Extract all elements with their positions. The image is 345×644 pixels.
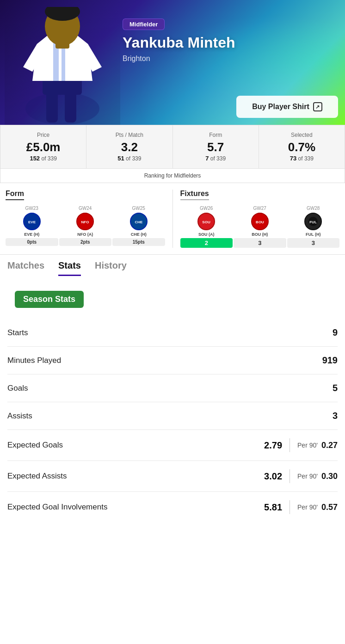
gw24-pts: 2pts (59, 238, 112, 246)
selected-value: 0.7% (264, 141, 340, 153)
xg-label: Expected Goals (7, 441, 63, 450)
stats-cells: Price £5.0m 152 of 339 Pts / Match 3.2 5… (0, 125, 345, 168)
gw24-match: NFO (A) (59, 232, 112, 237)
goals-stat-row: Goals 5 (7, 374, 338, 402)
gw23-match: EVE (H) (6, 232, 58, 237)
gw23-item: GW23 EVE EVE (H) 0pts (6, 206, 58, 246)
nffo-badge: NFO (76, 213, 94, 230)
goals-value: 5 (333, 383, 338, 393)
gw28-item: GW28 FUL FUL (H) 3 (287, 206, 340, 248)
chelsea-badge: CHE (130, 213, 148, 230)
starts-stat-row: Starts 9 (7, 319, 338, 347)
assists-label: Assists (7, 411, 32, 421)
season-stats-section: Season Stats (7, 283, 338, 315)
stats-summary-row: Price £5.0m 152 of 339 Pts / Match 3.2 5… (0, 125, 345, 183)
bournemouth-badge: BOU (251, 213, 269, 230)
gw26-pts: 2 (180, 238, 233, 248)
xg-divider (290, 438, 290, 452)
fulham-badge: FUL (304, 213, 322, 230)
fixtures-header: Fixtures (180, 190, 209, 200)
gw28-pts: 3 (287, 238, 340, 248)
pts-match-rank: 51 of 339 (91, 155, 167, 162)
form-fixtures-divider (172, 190, 173, 248)
xa-per90-value: 0.30 (321, 472, 338, 481)
gw27-pts: 3 (234, 238, 286, 248)
stats-list: Starts 9 Minutes Played 919 Goals 5 Assi… (0, 319, 345, 522)
player-name: Yankuba Minteh (123, 35, 235, 51)
xg-right: 2.79 Per 90' 0.27 (257, 438, 338, 452)
pts-match-value: 3.2 (91, 141, 167, 153)
tab-history[interactable]: History (95, 260, 127, 276)
ranking-bar: Ranking for Midfielders (0, 168, 345, 183)
xa-right: 3.02 Per 90' 0.30 (257, 469, 338, 483)
svg-point-0 (25, 92, 99, 125)
player-club: Brighton (123, 55, 235, 63)
form-fixtures-section: Form GW23 EVE EVE (H) 0pts GW24 NFO NFO … (0, 183, 345, 255)
fixtures-subsection: Fixtures GW26 SOU SOU (A) 2 GW27 BOU BOU… (177, 190, 340, 248)
assists-stat-row: Assists 3 (7, 402, 338, 430)
gw26-item: GW26 SOU SOU (A) 2 (180, 206, 233, 248)
gw23-pts: 0pts (6, 238, 58, 246)
svg-rect-3 (43, 79, 82, 95)
xgi-divider (290, 500, 290, 514)
season-stats-header: Season Stats (15, 291, 84, 308)
minutes-played-stat-row: Minutes Played 919 (7, 347, 338, 374)
form-value: 5.7 (178, 141, 254, 153)
xg-value: 2.79 (257, 440, 282, 451)
buy-shirt-button[interactable]: Buy Player Shirt ↗ (236, 96, 338, 118)
xa-per90: Per 90' 0.30 (297, 472, 338, 481)
form-subsection: Form GW23 EVE EVE (H) 0pts GW24 NFO NFO … (6, 190, 169, 248)
player-info: Midfielder Yankuba Minteh Brighton (123, 18, 235, 63)
xgi-value: 5.81 (257, 502, 282, 513)
minutes-played-value: 919 (322, 355, 338, 366)
xa-stat-row: Expected Assists 3.02 Per 90' 0.30 (7, 461, 338, 492)
form-rank: 7 of 339 (178, 155, 254, 162)
gw25-item: GW25 CHE CHE (H) 15pts (112, 206, 165, 246)
xa-divider (290, 469, 290, 483)
price-value: £5.0m (5, 141, 81, 153)
nav-tabs: Matches Stats History (0, 255, 345, 276)
xgi-label: Expected Goal Involvements (7, 503, 107, 512)
price-stat: Price £5.0m 152 of 339 (0, 125, 86, 168)
gw28-label: GW28 (287, 206, 340, 211)
xa-per90-label: Per 90' (297, 472, 318, 480)
gw26-label: GW26 (180, 206, 233, 211)
gw27-label: GW27 (234, 206, 286, 211)
selected-label: Selected (264, 132, 340, 138)
gw25-match: CHE (H) (112, 232, 165, 237)
xgi-per90-value: 0.57 (321, 503, 338, 512)
form-gameweeks: GW23 EVE EVE (H) 0pts GW24 NFO NFO (A) 2… (6, 206, 165, 246)
selected-rank: 73 of 339 (264, 155, 340, 162)
minutes-played-label: Minutes Played (7, 356, 61, 365)
xa-value: 3.02 (257, 471, 282, 482)
form-header: Form (6, 190, 24, 200)
xgi-right: 5.81 Per 90' 0.57 (257, 500, 338, 514)
gw24-label: GW24 (59, 206, 112, 211)
pts-match-label: Pts / Match (91, 132, 167, 138)
gw28-match: FUL (H) (287, 232, 340, 237)
price-rank: 152 of 339 (5, 155, 81, 162)
form-stat: Form 5.7 7 of 339 (173, 125, 259, 168)
position-badge: Midfielder (123, 18, 165, 30)
xgi-stat-row: Expected Goal Involvements 5.81 Per 90' … (7, 492, 338, 522)
form-label: Form (178, 132, 254, 138)
selected-stat: Selected 0.7% 73 of 339 (259, 125, 345, 168)
svg-rect-8 (55, 42, 69, 49)
gw27-item: GW27 BOU BOU (H) 3 (234, 206, 286, 248)
buy-shirt-label: Buy Player Shirt (252, 103, 309, 111)
assists-value: 3 (333, 411, 338, 421)
starts-label: Starts (7, 328, 28, 337)
svg-text:FUL: FUL (309, 220, 317, 224)
pts-match-stat: Pts / Match 3.2 51 of 339 (86, 125, 172, 168)
gw24-item: GW24 NFO NFO (A) 2pts (59, 206, 112, 246)
tab-matches[interactable]: Matches (7, 260, 44, 276)
xa-label: Expected Assists (7, 472, 67, 481)
gw25-pts: 15pts (112, 238, 165, 246)
hero-section: Midfielder Yankuba Minteh Brighton Buy P… (0, 0, 345, 125)
xg-per90: Per 90' 0.27 (297, 441, 338, 450)
svg-text:NFO: NFO (81, 220, 89, 224)
svg-text:BOU: BOU (256, 220, 264, 224)
gw23-label: GW23 (6, 206, 58, 211)
tab-stats[interactable]: Stats (58, 260, 81, 276)
starts-value: 9 (333, 327, 338, 338)
